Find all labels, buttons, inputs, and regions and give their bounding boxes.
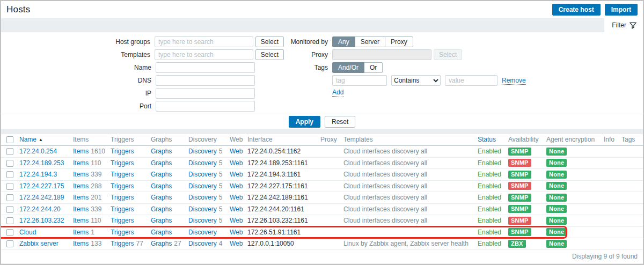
row-checkbox[interactable] [6,206,13,213]
row-checkbox[interactable] [6,148,13,155]
tag-value-input[interactable] [445,75,497,86]
items-link[interactable]: Items [73,194,89,201]
discovery-link[interactable]: Discovery [188,217,217,224]
host-name-link[interactable]: 172.24.189.253 [19,159,64,167]
row-checkbox[interactable] [6,160,13,167]
row-checkbox[interactable] [6,217,13,224]
graphs-link[interactable]: Graphs [151,171,172,178]
graphs-link[interactable]: Graphs [151,240,172,247]
items-link[interactable]: Items [73,159,89,167]
discovery-link[interactable]: Discovery [188,240,217,247]
web-link[interactable]: Web [230,171,243,178]
items-link[interactable]: Items [73,217,89,224]
host-groups-select-button[interactable]: Select [255,36,284,47]
monitored-by-option-proxy[interactable]: Proxy [385,36,413,47]
discovery-link[interactable]: Discovery [188,229,217,236]
status-enabled-link[interactable]: Enabled [478,240,501,247]
apply-button[interactable]: Apply [289,116,320,128]
discovery-link[interactable]: Discovery [188,171,217,178]
sort-by-name[interactable]: Name [19,136,36,143]
items-link[interactable]: Items [73,240,89,247]
template-link[interactable]: Cloud interfaces discovery all [343,182,427,190]
items-link[interactable]: Items [73,182,89,190]
discovery-link[interactable]: Discovery [188,194,217,201]
tag-name-input[interactable] [332,75,387,86]
graphs-link[interactable]: Graphs [151,217,172,224]
triggers-link[interactable]: Triggers [111,148,134,155]
graphs-link[interactable]: Graphs [151,229,172,236]
web-link[interactable]: Web [230,148,243,155]
status-enabled-link[interactable]: Enabled [478,182,501,190]
monitored-by-option-any[interactable]: Any [332,36,355,47]
status-enabled-link[interactable]: Enabled [478,194,501,201]
select-all-checkbox[interactable] [6,136,13,143]
items-link[interactable]: Items [73,229,89,236]
tags-mode-option-andor[interactable]: And/Or [332,62,364,73]
reset-button[interactable]: Reset [325,116,355,128]
web-link[interactable]: Web [230,240,243,247]
monitored-by-option-server[interactable]: Server [355,36,385,47]
row-checkbox[interactable] [6,240,13,247]
create-host-button[interactable]: Create host [552,4,601,16]
discovery-link[interactable]: Discovery [188,148,217,155]
triggers-link[interactable]: Triggers [111,194,134,201]
templates-input[interactable] [155,49,253,60]
tag-operator-select[interactable]: Contains [391,75,441,86]
row-checkbox[interactable] [6,194,13,201]
web-link[interactable]: Web [230,205,243,213]
ip-input[interactable] [156,88,255,99]
graphs-link[interactable]: Graphs [151,148,172,155]
web-link[interactable]: Web [230,159,243,167]
status-enabled-link[interactable]: Enabled [478,229,501,236]
row-checkbox[interactable] [6,183,13,190]
discovery-link[interactable]: Discovery [188,182,217,190]
items-link[interactable]: Items [73,205,89,213]
proxy-select-button[interactable]: Select [434,49,462,60]
web-link[interactable]: Web [230,229,243,236]
host-name-link[interactable]: 172.24.227.175 [19,182,64,190]
template-link[interactable]: Cloud interfaces discovery all [343,217,427,224]
templates-select-button[interactable]: Select [255,49,284,60]
filter-tab[interactable]: Filter [604,18,643,32]
triggers-link[interactable]: Triggers [111,205,134,213]
web-link[interactable]: Web [230,217,243,224]
template-link[interactable]: Cloud interfaces discovery all [343,205,427,213]
row-checkbox[interactable] [6,171,13,178]
discovery-link[interactable]: Discovery [188,159,217,167]
status-enabled-link[interactable]: Enabled [478,148,501,155]
sort-by-status[interactable]: Status [478,136,496,143]
proxy-input[interactable] [332,49,431,60]
triggers-link[interactable]: Triggers [111,171,134,178]
status-enabled-link[interactable]: Enabled [478,171,501,178]
triggers-link[interactable]: Triggers [111,159,134,167]
host-name-link[interactable]: Zabbix server [19,240,58,247]
graphs-link[interactable]: Graphs [151,182,172,190]
host-name-link[interactable]: 172.24.244.20 [19,205,61,213]
status-enabled-link[interactable]: Enabled [478,159,501,167]
host-name-link[interactable]: 172.24.194.3 [19,171,57,178]
triggers-link[interactable]: Triggers [111,217,134,224]
tags-mode-option-or[interactable]: Or [364,62,383,73]
template-link[interactable]: Cloud interfaces discovery all [343,159,427,167]
triggers-link[interactable]: Triggers [111,240,134,247]
status-enabled-link[interactable]: Enabled [478,217,501,224]
host-name-link[interactable]: 172.26.103.232 [19,217,64,224]
graphs-link[interactable]: Graphs [151,159,172,167]
graphs-link[interactable]: Graphs [151,194,172,201]
graphs-link[interactable]: Graphs [151,205,172,213]
remove-tag-link[interactable]: Remove [502,77,526,85]
template-link[interactable]: Linux by Zabbix agent [343,240,406,247]
template-link[interactable]: Cloud interfaces discovery all [343,148,427,155]
name-input[interactable] [156,62,255,73]
template-link[interactable]: Cloud interfaces discovery all [343,171,427,178]
import-button[interactable]: Import [605,4,638,16]
items-link[interactable]: Items [73,171,89,178]
template-link[interactable]: Cloud interfaces discovery all [343,194,427,201]
template-link[interactable]: Zabbix server health [410,240,469,247]
items-link[interactable]: Items [73,148,89,155]
web-link[interactable]: Web [230,194,243,201]
row-checkbox[interactable] [6,229,13,236]
triggers-link[interactable]: Triggers [111,229,134,236]
status-enabled-link[interactable]: Enabled [478,205,501,213]
discovery-link[interactable]: Discovery [188,205,217,213]
